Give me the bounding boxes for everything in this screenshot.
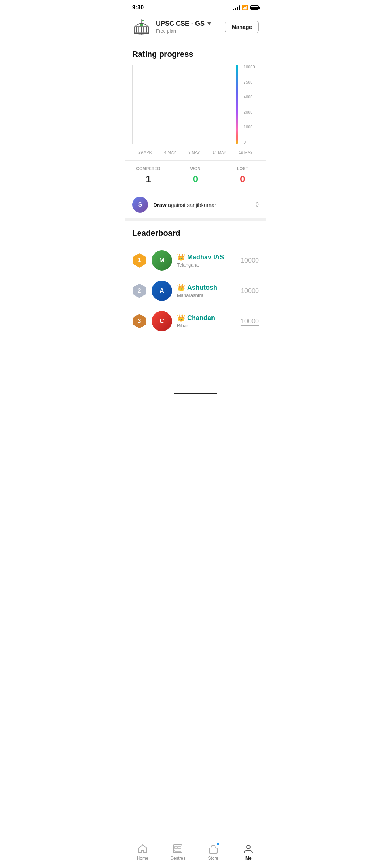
match-description: Draw against sanjibkumar: [153, 202, 256, 208]
leader-score-1: 10000: [241, 257, 259, 264]
rank-badge-3: 3: [132, 314, 147, 328]
leader-name-3: 👑 Chandan: [177, 314, 236, 322]
match-type: Draw: [153, 202, 167, 208]
leader-region-3: Bihar: [177, 323, 236, 328]
dropdown-chevron-icon[interactable]: [207, 22, 211, 25]
header: UPSC UPSC CSE - GS Free plan Manage: [125, 14, 266, 42]
svg-marker-9: [142, 19, 144, 22]
svg-rect-5: [143, 27, 144, 33]
won-label: WON: [176, 166, 215, 171]
match-score: 0: [256, 201, 259, 208]
leaderboard-title: Leaderboard: [132, 229, 259, 238]
svg-rect-2: [136, 27, 137, 33]
rank-badge-2: 2: [132, 284, 147, 298]
leader-region-2: Maharashtra: [177, 293, 236, 298]
rating-chart: 10000 7500 4000 2000 1000 0: [132, 65, 259, 144]
home-indicator: [174, 393, 217, 394]
leaderboard-item-3[interactable]: 3 C 👑 Chandan Bihar 10000: [132, 306, 259, 336]
leader-score-2: 10000: [241, 287, 259, 295]
leader-score-3: 10000: [241, 318, 259, 325]
match-result[interactable]: S Draw against sanjibkumar 0: [125, 191, 266, 221]
upsc-logo: UPSC: [132, 17, 151, 36]
status-time: 9:30: [132, 4, 144, 11]
chart-grid: [132, 65, 241, 144]
competed-value: 1: [129, 174, 168, 185]
leader-avatar-3: C: [152, 311, 172, 331]
crown-icon-2: 👑: [177, 284, 185, 292]
rank-badge-1: 1: [132, 253, 147, 268]
leaderboard-item-1[interactable]: 1 M 👑 Madhav IAS Telangana 10000: [132, 245, 259, 276]
chart-y-axis: 10000 7500 4000 2000 1000 0: [241, 65, 259, 144]
stats-row: COMPETED 1 WON 0 LOST 0: [125, 160, 266, 191]
match-opponent: against sanjibkumar: [168, 202, 216, 208]
won-stat: WON 0: [172, 161, 219, 191]
header-title[interactable]: UPSC CSE - GS: [156, 20, 225, 27]
wifi-icon: 📶: [242, 5, 248, 10]
won-value: 0: [176, 174, 215, 185]
competed-stat: COMPETED 1: [125, 161, 172, 191]
lost-label: LOST: [223, 166, 262, 171]
leader-name-1: 👑 Madhav IAS: [177, 253, 236, 261]
leader-avatar-2: A: [152, 281, 172, 301]
rating-progress-title: Rating progress: [132, 50, 259, 59]
leaderboard-item-2[interactable]: 2 A 👑 Ashutosh Maharashtra 10000: [132, 276, 259, 306]
leader-info-3: 👑 Chandan Bihar: [177, 314, 236, 328]
header-plan: Free plan: [156, 28, 225, 34]
chart-x-axis: 29 APR 4 MAY 9 MAY 14 MAY 19 MAY: [132, 148, 259, 154]
battery-icon: [250, 5, 259, 10]
manage-button[interactable]: Manage: [225, 21, 259, 33]
svg-rect-1: [140, 24, 143, 26]
leader-info-1: 👑 Madhav IAS Telangana: [177, 253, 236, 268]
grid-lines: [133, 65, 241, 144]
svg-rect-4: [141, 27, 142, 33]
leader-info-2: 👑 Ashutosh Maharashtra: [177, 284, 236, 298]
svg-rect-6: [146, 27, 147, 33]
leader-name-2: 👑 Ashutosh: [177, 284, 236, 292]
leader-region-1: Telangana: [177, 262, 236, 268]
crown-icon-1: 👑: [177, 253, 185, 261]
competed-label: COMPETED: [129, 166, 168, 171]
match-avatar: S: [132, 197, 148, 213]
lost-value: 0: [223, 174, 262, 185]
crown-icon-3: 👑: [177, 314, 185, 322]
rating-progress-section: Rating progress 10000: [125, 42, 266, 154]
header-text: UPSC CSE - GS Free plan: [156, 20, 225, 34]
signal-icon: [233, 5, 240, 10]
svg-text:UPSC: UPSC: [139, 34, 145, 36]
status-icons: 📶: [233, 5, 259, 10]
status-bar: 9:30 📶: [125, 0, 266, 14]
leaderboard-section: Leaderboard 1 M 👑 Madhav IAS Telangana 1…: [125, 221, 266, 373]
rating-bar: [236, 65, 238, 144]
opponent-avatar: S: [132, 197, 148, 213]
svg-rect-3: [138, 27, 139, 33]
leader-avatar-1: M: [152, 250, 172, 271]
lost-stat: LOST 0: [219, 161, 266, 191]
